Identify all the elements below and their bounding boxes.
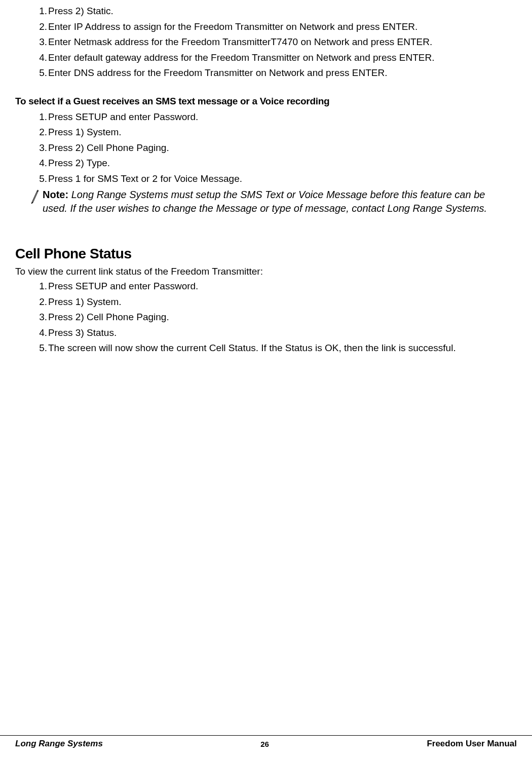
section-heading-cell-phone-status: Cell Phone Status [15, 246, 517, 262]
body-intro: To view the current link status of the F… [15, 266, 517, 277]
page-footer: Long Range Systems 26 Freedom User Manua… [0, 735, 532, 749]
note-label: Note: [43, 189, 68, 200]
page-content: 1.Press 2) Static. 2.Enter IP Address to… [15, 0, 517, 356]
note-text: Note: Long Range Systems must setup the … [43, 188, 517, 215]
list-item: 1.Press SETUP and enter Password. [48, 110, 517, 125]
list-item: 4.Enter default gateway address for the … [48, 51, 517, 65]
note-body: Long Range Systems must setup the SMS Te… [43, 189, 487, 214]
list-item: 2.Enter IP Address to assign for the Fre… [48, 20, 517, 34]
list-item: 5.The screen will now show the current C… [48, 341, 517, 356]
list-item: 1.Press SETUP and enter Password. [48, 279, 517, 294]
footer-page-number: 26 [260, 740, 269, 748]
list-sms-voice: 1.Press SETUP and enter Password. 2.Pres… [15, 110, 517, 186]
list-item: 2.Press 1) System. [48, 295, 517, 310]
footer-company: Long Range Systems [15, 739, 103, 749]
list-item: 2.Press 1) System. [48, 125, 517, 140]
list-item: 5.Press 1 for SMS Text or 2 for Voice Me… [48, 172, 517, 186]
list-item: 4.Press 2) Type. [48, 156, 517, 171]
pencil-icon [29, 189, 41, 204]
list-cell-status: 1.Press SETUP and enter Password. 2.Pres… [15, 279, 517, 356]
subheading-sms-voice: To select if a Guest receives an SMS tex… [15, 96, 517, 107]
list-item: 3.Press 2) Cell Phone Paging. [48, 310, 517, 325]
svg-line-0 [32, 191, 37, 202]
footer-manual-title: Freedom User Manual [427, 739, 517, 749]
list-item: 3.Press 2) Cell Phone Paging. [48, 141, 517, 156]
list-item: 4.Press 3) Status. [48, 326, 517, 340]
note-block: Note: Long Range Systems must setup the … [15, 188, 517, 215]
list-item: 1.Press 2) Static. [48, 4, 517, 19]
list-static-network: 1.Press 2) Static. 2.Enter IP Address to… [15, 4, 517, 81]
list-item: 5.Enter DNS address for the Freedom Tran… [48, 66, 517, 81]
list-item: 3.Enter Netmask address for the Freedom … [48, 35, 517, 50]
